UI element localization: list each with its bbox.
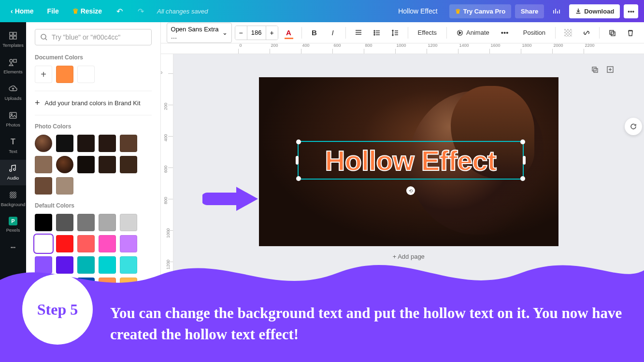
color-swatch[interactable] (35, 156, 52, 173)
color-swatch[interactable] (120, 235, 137, 252)
color-swatch[interactable] (56, 177, 73, 195)
color-swatch[interactable] (99, 135, 116, 152)
color-swatch[interactable] (35, 235, 52, 252)
background-icon (8, 190, 18, 200)
resize-handle[interactable] (520, 139, 525, 144)
brand-kit-link[interactable]: + Add your brand colors in Brand Kit (35, 91, 152, 115)
add-page-button[interactable]: + Add page (198, 246, 620, 260)
position-button[interactable]: Position (518, 26, 550, 39)
sidebar-item-elements[interactable]: Elements (0, 54, 26, 79)
color-swatch[interactable] (35, 214, 52, 231)
redo-button[interactable]: ↷ (132, 2, 149, 20)
color-swatch[interactable] (120, 156, 137, 173)
resize-handle[interactable] (296, 139, 301, 144)
text-selection-box[interactable]: Hollow Effect ⟲ (298, 141, 524, 180)
resize-button[interactable]: ♛Resize (68, 4, 107, 18)
more-menu[interactable]: ••• (624, 4, 638, 18)
animate-button[interactable]: Animate (452, 26, 494, 39)
resize-handle[interactable] (296, 156, 299, 165)
more-options[interactable]: ••• (497, 25, 513, 41)
color-search[interactable] (35, 29, 152, 45)
color-swatch[interactable] (35, 256, 52, 274)
font-dropdown[interactable]: Open Sans Extra …⌄ (167, 23, 232, 43)
bold-button[interactable]: B (307, 25, 322, 41)
sidebar-item-audio[interactable]: Audio (0, 160, 26, 185)
color-swatch[interactable] (77, 278, 95, 295)
color-search-input[interactable] (52, 33, 146, 41)
chevron-left-icon: ‹ (11, 7, 13, 15)
color-swatch[interactable] (99, 256, 116, 274)
color-swatch[interactable] (120, 135, 137, 152)
add-color-swatch[interactable] (35, 66, 52, 83)
refresh-button[interactable] (625, 118, 642, 135)
spacing-button[interactable] (387, 25, 403, 41)
color-swatch[interactable] (77, 156, 95, 173)
sidebar-item-more[interactable]: ••• (0, 238, 26, 257)
color-swatch[interactable] (56, 235, 73, 252)
duplicate-button[interactable] (604, 25, 620, 41)
sidebar-item-text[interactable]: TText (0, 133, 26, 159)
delete-button[interactable] (623, 25, 638, 41)
list-button[interactable] (369, 25, 385, 41)
pexels-icon: P (9, 217, 17, 225)
font-size-plus[interactable]: + (266, 26, 278, 40)
insights-icon[interactable] (548, 2, 565, 20)
svg-point-9 (374, 30, 375, 31)
rotate-handle[interactable]: ⟲ (406, 186, 415, 195)
color-swatch[interactable] (77, 135, 95, 152)
color-swatch[interactable] (56, 135, 73, 152)
color-swatch[interactable] (120, 278, 137, 295)
color-swatch[interactable] (56, 256, 73, 274)
sidebar-item-pexels[interactable]: PPexels (0, 213, 26, 237)
color-swatch[interactable] (35, 177, 52, 195)
color-swatch[interactable] (77, 66, 95, 83)
default-colors-label: Default Colors (35, 202, 152, 209)
download-button[interactable]: Download (569, 4, 620, 18)
color-swatch[interactable] (56, 214, 73, 231)
align-button[interactable] (351, 25, 366, 41)
color-swatch[interactable] (99, 235, 116, 252)
svg-point-8 (41, 34, 46, 39)
photo-thumb[interactable] (35, 135, 52, 152)
photo-thumb[interactable] (56, 156, 73, 173)
document-title[interactable]: Hollow Effect (398, 7, 437, 15)
color-swatch[interactable] (77, 214, 95, 231)
share-button[interactable]: Share (515, 4, 544, 18)
effects-button[interactable]: Effects (413, 26, 442, 39)
sidebar-item-uploads[interactable]: Uploads (0, 80, 26, 106)
font-size-minus[interactable]: − (235, 26, 247, 40)
back-button[interactable]: ‹Home (6, 4, 39, 18)
sidebar-item-templates[interactable]: Templates (0, 27, 26, 53)
text-icon: T (8, 137, 18, 147)
color-swatch[interactable] (77, 235, 95, 252)
color-swatch[interactable] (35, 299, 52, 316)
sidebar-item-background[interactable]: Background (0, 186, 26, 212)
svg-rect-0 (10, 32, 13, 35)
transparency-button[interactable] (560, 25, 576, 41)
color-swatch[interactable] (120, 214, 137, 231)
font-size-input[interactable] (247, 26, 266, 40)
color-swatch[interactable] (35, 278, 52, 295)
try-pro-button[interactable]: ♛Try Canva Pro (449, 4, 511, 18)
design-canvas[interactable]: Hollow Effect ⟲ (259, 77, 558, 246)
italic-button[interactable]: I (325, 25, 341, 41)
file-menu[interactable]: File (43, 4, 64, 18)
link-button[interactable] (579, 25, 594, 41)
add-page-icon[interactable] (605, 65, 615, 74)
stage[interactable]: Hollow Effect ⟲ + Add page (173, 54, 644, 362)
color-swatch[interactable] (56, 66, 73, 83)
text-color-button[interactable]: A (281, 25, 297, 41)
resize-handle[interactable] (520, 176, 525, 181)
duplicate-page-icon[interactable] (590, 65, 600, 74)
color-swatch[interactable] (56, 278, 73, 295)
resize-handle[interactable] (523, 156, 526, 165)
sidebar-item-photos[interactable]: Photos (0, 107, 26, 132)
color-swatch[interactable] (77, 256, 95, 274)
color-swatch[interactable] (120, 256, 137, 274)
hollow-text[interactable]: Hollow Effect (325, 144, 496, 177)
undo-button[interactable]: ↶ (111, 2, 128, 20)
color-swatch[interactable] (99, 214, 116, 231)
color-swatch[interactable] (99, 156, 116, 173)
resize-handle[interactable] (296, 176, 301, 181)
color-swatch[interactable] (99, 278, 116, 295)
